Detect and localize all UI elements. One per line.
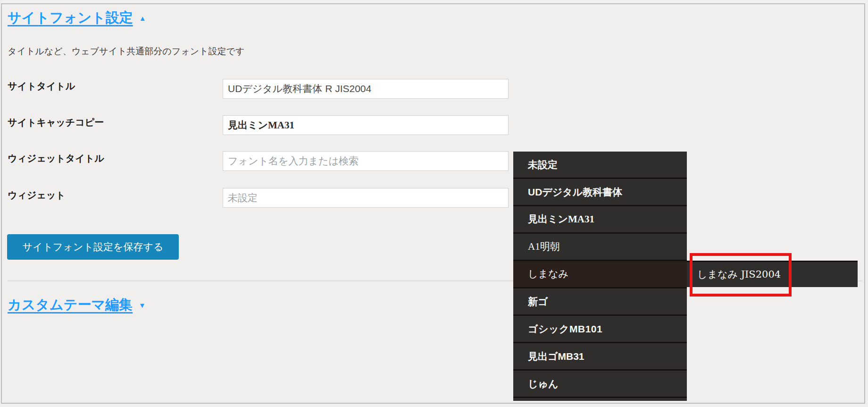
widget-title-font-input[interactable]: [223, 151, 509, 171]
widget-font-input[interactable]: [223, 188, 509, 208]
form-row-widget: ウィジェット: [0, 188, 519, 208]
menu-item-midashi-min-ma31[interactable]: 見出ミンMA31: [513, 206, 687, 234]
expand-arrow-icon: ▼: [139, 302, 146, 309]
widget-title-label: ウィジェットタイトル: [8, 152, 104, 164]
section-description: タイトルなど、ウェブサイト共通部分のフォント設定です: [8, 45, 244, 58]
site-title-label: サイトタイトル: [8, 80, 75, 92]
menu-item-unset[interactable]: 未設定: [513, 152, 687, 179]
menu-item-jun[interactable]: じゅん: [513, 371, 687, 398]
save-site-font-settings-button[interactable]: サイトフォント設定を保存する: [7, 234, 179, 260]
custom-theme-edit-toggle-link[interactable]: カスタムテーマ編集: [8, 296, 133, 314]
custom-theme-edit-heading: カスタムテーマ編集 ▼: [8, 296, 146, 314]
site-title-font-input[interactable]: [223, 79, 509, 99]
form-row-site-title: サイトタイトル: [0, 79, 519, 99]
submenu-item-shimanami-jis2004[interactable]: しまなみ JIS2004: [687, 261, 858, 287]
font-dropdown-menu: 未設定 UDデジタル教科書体 見出ミンMA31 A1明朝 しまなみ 新ゴ ゴシッ…: [513, 152, 687, 401]
site-catchcopy-font-input[interactable]: [223, 115, 509, 135]
widget-label: ウィジェット: [8, 189, 66, 201]
menu-item-shimanami[interactable]: しまなみ: [513, 261, 687, 288]
menu-item-a1-mincho[interactable]: A1明朝: [513, 234, 687, 261]
site-font-settings-heading: サイトフォント設定 ▲: [8, 8, 146, 27]
menu-item-midashi-go-mb31[interactable]: 見出ゴMB31: [513, 343, 687, 371]
menu-item-partial[interactable]: [513, 398, 687, 401]
collapse-arrow-icon: ▲: [139, 15, 146, 22]
site-font-settings-toggle-link[interactable]: サイトフォント設定: [8, 8, 133, 27]
menu-item-ud-digital[interactable]: UDデジタル教科書体: [513, 179, 687, 206]
menu-item-shin-go[interactable]: 新ゴ: [513, 288, 687, 316]
form-row-site-catchcopy: サイトキャッチコピー: [0, 115, 519, 135]
site-catchcopy-label: サイトキャッチコピー: [8, 116, 104, 128]
menu-item-gothic-mb101[interactable]: ゴシックMB101: [513, 316, 687, 343]
form-row-widget-title: ウィジェットタイトル: [0, 151, 519, 171]
